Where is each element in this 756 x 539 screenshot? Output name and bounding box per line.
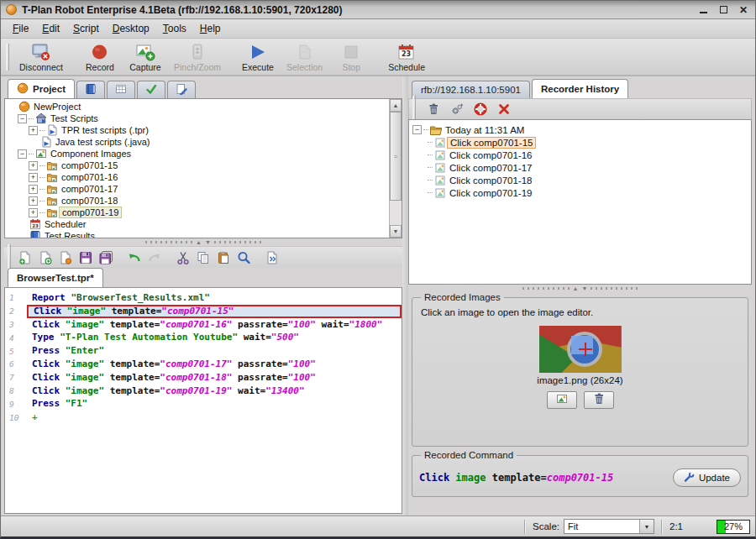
- menu-help[interactable]: Help: [193, 20, 228, 37]
- scrollbar-thumb[interactable]: =: [390, 112, 402, 201]
- save-as-script-icon[interactable]: [55, 249, 76, 266]
- disconnect-button[interactable]: Disconnect: [13, 41, 69, 73]
- tree-item-java-test-scripts-java-[interactable]: Java test scripts (.java): [7, 136, 389, 148]
- scrollbar-track[interactable]: =: [390, 112, 402, 225]
- tree-item-comp0701-17[interactable]: +comp0701-17: [7, 183, 389, 195]
- recorded-command-title: Recorded Command: [421, 450, 517, 460]
- scroll-up-icon[interactable]: ▲: [390, 99, 402, 112]
- tab-label: Recorder History: [541, 84, 619, 94]
- tree-item-comp0701-18[interactable]: +comp0701-18: [7, 195, 389, 207]
- menu-file[interactable]: File: [6, 20, 35, 37]
- editor-line[interactable]: 10+: [5, 411, 402, 424]
- dropdown-arrow-icon[interactable]: ▼: [639, 520, 654, 533]
- execute-button[interactable]: Execute: [235, 41, 281, 73]
- save-icon[interactable]: [76, 249, 96, 266]
- menu-desktop[interactable]: Desktop: [106, 20, 156, 37]
- schedule-button[interactable]: 23Schedule: [382, 41, 431, 73]
- script-editor[interactable]: 1Report "BrowserTest_Results.xml"2Click …: [4, 287, 402, 514]
- history-item-click-comp0701-15[interactable]: Click comp0701-15: [412, 136, 751, 149]
- maximize-button[interactable]: [717, 4, 730, 16]
- cut-icon[interactable]: [173, 249, 193, 266]
- tab-table-view[interactable]: [107, 81, 135, 98]
- tab-browsertest[interactable]: BrowserTest.tpr*: [8, 268, 103, 287]
- undo-icon[interactable]: [124, 249, 144, 266]
- expand-icon[interactable]: +: [29, 208, 38, 217]
- delete-image-button[interactable]: [584, 391, 614, 409]
- compile-script-icon[interactable]: [262, 249, 282, 266]
- tree-item-test-results[interactable]: Test Results: [7, 230, 389, 238]
- tree-item-tpr-test-scripts-tpr-[interactable]: +TPR test scripts (.tpr): [7, 124, 389, 136]
- close-button[interactable]: ✕: [737, 4, 750, 16]
- toolbar-grip[interactable]: [6, 44, 9, 71]
- editor-line-highlighted[interactable]: 2Click "image" template="comp0701-15": [5, 305, 402, 318]
- memory-indicator[interactable]: 27%: [717, 520, 750, 534]
- tree-item-comp0701-15[interactable]: +comp0701-15: [7, 160, 389, 171]
- history-item-click-comp0701-16[interactable]: Click comp0701-16: [412, 149, 751, 161]
- history-root[interactable]: −Today at 11:31 AM: [412, 123, 751, 136]
- toolbar-button-label: Capture: [129, 62, 160, 72]
- trash-icon[interactable]: [423, 101, 444, 118]
- vertical-splitter[interactable]: [402, 76, 408, 515]
- editor-toolbar-grip[interactable]: [8, 244, 11, 271]
- editor-line[interactable]: 6Click "image" template="comp0701-17" pa…: [5, 358, 402, 371]
- update-button[interactable]: Update: [673, 468, 741, 487]
- collapse-icon[interactable]: −: [18, 149, 27, 159]
- minimize-button[interactable]: [696, 4, 710, 16]
- copy-icon[interactable]: [193, 249, 213, 266]
- expand-icon[interactable]: +: [29, 161, 38, 170]
- delete-cross-icon[interactable]: [494, 101, 514, 118]
- image-folder-icon: [45, 183, 59, 195]
- tree-editor-splitter[interactable]: ▲▼: [4, 238, 402, 246]
- tree-item-newproject[interactable]: NewProject: [7, 101, 389, 113]
- lifebuoy-icon[interactable]: [470, 101, 491, 118]
- tab-test-results-book[interactable]: [76, 81, 105, 98]
- tree-item-test-scripts[interactable]: −Test Scripts: [7, 113, 389, 124]
- editor-line[interactable]: 9Press "F1": [5, 397, 402, 411]
- scale-select[interactable]: Fit ▼: [564, 519, 654, 534]
- menu-script[interactable]: Script: [66, 20, 106, 37]
- edit-image-button[interactable]: [547, 391, 577, 409]
- open-script-icon[interactable]: [35, 249, 55, 266]
- collapse-icon[interactable]: −: [18, 114, 27, 123]
- editor-line[interactable]: 5Press "Enter": [5, 344, 402, 358]
- new-script-icon[interactable]: [15, 249, 35, 266]
- code-text: Report "BrowserTest_Results.xml": [27, 291, 402, 305]
- find-icon[interactable]: [234, 249, 254, 266]
- history-item-click-comp0701-17[interactable]: Click comp0701-17: [412, 161, 751, 174]
- expand-icon[interactable]: +: [29, 196, 38, 206]
- tab-project[interactable]: Project: [8, 79, 75, 98]
- tab-check[interactable]: [137, 81, 165, 98]
- editor-line[interactable]: 1Report "BrowserTest_Results.xml": [5, 291, 402, 305]
- save-all-icon[interactable]: [96, 249, 116, 266]
- history-item-click-comp0701-18[interactable]: Click comp0701-18: [412, 174, 751, 186]
- expand-icon[interactable]: +: [29, 173, 38, 182]
- editor-line[interactable]: 3Click "image" template="comp0701-16" pa…: [5, 318, 402, 332]
- expand-icon[interactable]: +: [29, 185, 38, 194]
- editor-line[interactable]: 4Type "T-Plan Test Automation Youtube" w…: [5, 331, 402, 344]
- record-button[interactable]: Record: [77, 41, 123, 73]
- recorded-image-thumbnail[interactable]: [539, 326, 622, 373]
- tree-item-component-images[interactable]: −Component Images: [7, 148, 389, 160]
- tab-edit-script[interactable]: [167, 81, 196, 98]
- history-images-splitter[interactable]: ▲▼: [408, 285, 752, 292]
- line-number: 3: [5, 320, 27, 329]
- project-tree-scrollbar[interactable]: ▲ = ▼: [389, 99, 402, 238]
- toolbar-button-label: Record: [86, 62, 114, 72]
- history-item-click-comp0701-19[interactable]: Click comp0701-19: [412, 186, 751, 199]
- expand-icon[interactable]: +: [29, 126, 38, 135]
- scroll-down-icon[interactable]: ▼: [390, 225, 402, 238]
- menu-edit[interactable]: Edit: [35, 20, 66, 37]
- tree-item-scheduler[interactable]: 23Scheduler: [7, 218, 389, 230]
- capture-button[interactable]: Capture: [123, 41, 168, 73]
- collapse-icon[interactable]: −: [412, 125, 422, 134]
- tab-rfb-192-168-1-10-5901[interactable]: rfb://192.168.1.10:5901: [412, 81, 530, 98]
- tree-item-comp0701-19[interactable]: +comp0701-19: [7, 207, 389, 218]
- editor-line[interactable]: 7Click "image" template="comp0701-18" pa…: [5, 371, 402, 385]
- memory-text: 27%: [717, 521, 749, 533]
- settings-gears-icon[interactable]: [447, 101, 467, 118]
- menu-tools[interactable]: Tools: [156, 20, 193, 37]
- editor-line[interactable]: 8Click "image" template="comp0701-19" wa…: [5, 385, 402, 398]
- tree-item-comp0701-16[interactable]: +comp0701-16: [7, 171, 389, 183]
- paste-icon[interactable]: [213, 249, 234, 266]
- tab-recorder-history[interactable]: Recorder History: [532, 79, 628, 98]
